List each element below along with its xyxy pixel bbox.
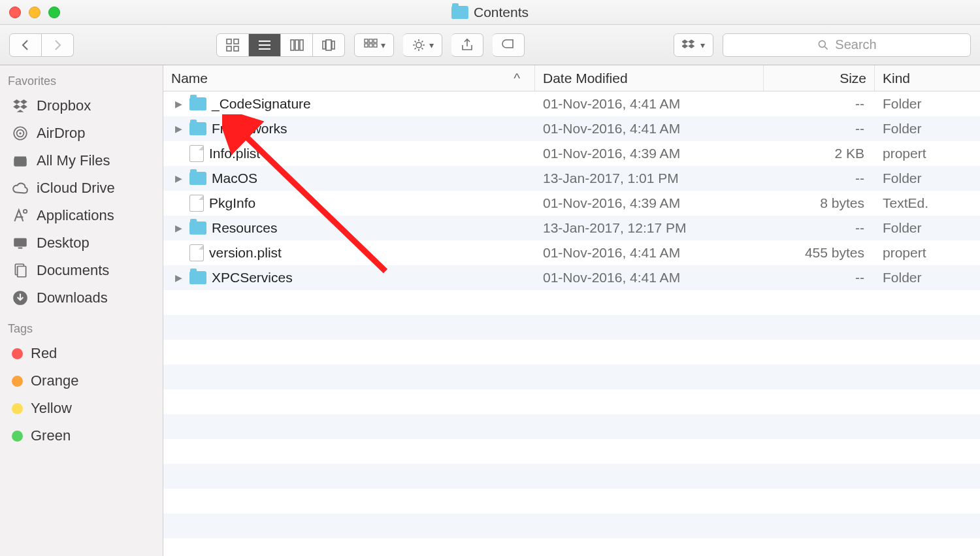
tag-dot-icon — [12, 431, 23, 442]
cell-kind: Folder — [875, 270, 980, 286]
cell-name: Info.plist — [163, 145, 535, 162]
sidebar-item-all-my-files[interactable]: All My Files — [0, 147, 163, 174]
search-field[interactable]: Search — [723, 33, 971, 57]
file-name: Resources — [212, 220, 277, 236]
action-button[interactable] — [403, 33, 442, 57]
sidebar-item-documents[interactable]: Documents — [0, 257, 163, 284]
tag-label: Orange — [31, 372, 78, 389]
close-window-button[interactable] — [9, 7, 21, 18]
sidebar-item-label: Documents — [37, 262, 109, 279]
file-row[interactable]: ▶_CodeSignature01-Nov-2016, 4:41 AM--Fol… — [163, 91, 980, 116]
maximize-window-button[interactable] — [48, 7, 60, 18]
file-rows: ▶_CodeSignature01-Nov-2016, 4:41 AM--Fol… — [163, 91, 980, 556]
cell-name: ▶Resources — [163, 220, 535, 236]
folder-icon — [189, 221, 206, 235]
sidebar-item-label: AirDrop — [37, 125, 86, 142]
sidebar-item-label: Desktop — [37, 235, 90, 252]
column-header-kind[interactable]: Kind — [875, 65, 980, 91]
file-row[interactable]: version.plist01-Nov-2016, 4:41 AM455 byt… — [163, 240, 980, 265]
cell-size: 455 bytes — [764, 245, 875, 261]
cell-date: 01-Nov-2016, 4:41 AM — [535, 270, 764, 286]
file-name: version.plist — [209, 245, 282, 261]
cell-date: 01-Nov-2016, 4:41 AM — [535, 96, 764, 112]
coverflow-view-button[interactable] — [313, 33, 345, 57]
disclosure-triangle-icon[interactable]: ▶ — [172, 99, 184, 109]
sidebar-item-desktop[interactable]: Desktop — [0, 229, 163, 257]
dropbox-toolbar-button[interactable] — [674, 33, 713, 57]
svg-rect-8 — [326, 40, 331, 50]
file-name: MacOS — [212, 171, 257, 186]
forward-button[interactable] — [42, 33, 74, 57]
cell-kind: propert — [875, 245, 980, 261]
column-header-name[interactable]: Name ^ — [163, 65, 535, 91]
file-row[interactable]: ▶XPCServices01-Nov-2016, 4:41 AM--Folder — [163, 265, 980, 290]
window-title-text: Contents — [474, 5, 529, 20]
sidebar-item-label: All My Files — [37, 152, 110, 169]
folder-icon — [189, 271, 206, 284]
sidebar-tag-yellow[interactable]: Yellow — [0, 395, 163, 422]
file-icon — [189, 145, 204, 162]
sidebar-item-label: Dropbox — [37, 97, 91, 114]
sidebar-item-icloud[interactable]: iCloud Drive — [0, 174, 163, 202]
svg-rect-1 — [234, 39, 238, 44]
icon-view-button[interactable] — [216, 33, 249, 57]
list-view-button[interactable] — [249, 33, 281, 57]
svg-rect-6 — [300, 40, 303, 50]
svg-rect-3 — [234, 46, 238, 51]
sidebar-tag-orange[interactable]: Orange — [0, 367, 163, 395]
sort-indicator-icon: ^ — [514, 71, 520, 86]
arrange-button[interactable] — [354, 33, 394, 57]
cell-size: -- — [764, 171, 875, 186]
tags-button[interactable] — [493, 33, 525, 57]
window-title: Contents — [451, 5, 529, 20]
sidebar-item-downloads[interactable]: Downloads — [0, 284, 163, 312]
empty-row — [163, 414, 980, 439]
file-name: _CodeSignature — [212, 96, 311, 112]
cell-kind: Folder — [875, 220, 980, 236]
disclosure-triangle-icon[interactable]: ▶ — [172, 123, 184, 134]
sidebar-tag-red[interactable]: Red — [0, 340, 163, 367]
svg-rect-13 — [365, 44, 368, 47]
back-button[interactable] — [9, 33, 42, 57]
dropbox-icon — [12, 97, 29, 114]
tag-dot-icon — [12, 348, 23, 359]
sidebar-tag-green[interactable]: Green — [0, 422, 163, 450]
sidebar-item-airdrop[interactable]: AirDrop — [0, 120, 163, 147]
sidebar-item-applications[interactable]: Applications — [0, 202, 163, 229]
share-button[interactable] — [451, 33, 483, 57]
disclosure-triangle-icon[interactable]: ▶ — [172, 173, 184, 184]
file-row[interactable]: Info.plist01-Nov-2016, 4:39 AM2 KBproper… — [163, 141, 980, 166]
sidebar-item-dropbox[interactable]: Dropbox — [0, 92, 163, 120]
svg-rect-12 — [374, 39, 377, 42]
cell-kind: Folder — [875, 171, 980, 186]
svg-rect-11 — [369, 39, 372, 42]
file-row[interactable]: PkgInfo01-Nov-2016, 4:39 AM8 bytesTextEd… — [163, 191, 980, 216]
disclosure-triangle-icon[interactable]: ▶ — [172, 223, 184, 233]
column-header-size[interactable]: Size — [764, 65, 875, 91]
file-name: PkgInfo — [209, 195, 255, 211]
folder-icon — [189, 172, 206, 185]
disclosure-triangle-icon[interactable]: ▶ — [172, 272, 184, 283]
cell-name: ▶_CodeSignature — [163, 96, 535, 112]
tag-label: Yellow — [31, 400, 72, 417]
favorites-header: Favorites — [0, 71, 163, 92]
empty-row — [163, 340, 980, 365]
empty-row — [163, 439, 980, 464]
cell-size: -- — [764, 270, 875, 286]
file-row[interactable]: ▶Frameworks01-Nov-2016, 4:41 AM--Folder — [163, 116, 980, 141]
downloads-icon — [12, 289, 29, 306]
main-content: Favorites Dropbox AirDrop All My Files i… — [0, 65, 980, 556]
svg-rect-22 — [14, 238, 27, 246]
empty-row — [163, 365, 980, 389]
nav-buttons — [9, 33, 74, 57]
file-row[interactable]: ▶Resources13-Jan-2017, 12:17 PM--Folder — [163, 216, 980, 240]
sidebar-item-label: Applications — [37, 207, 114, 224]
column-view-button[interactable] — [281, 33, 313, 57]
cell-kind: propert — [875, 146, 980, 161]
file-row[interactable]: ▶MacOS13-Jan-2017, 1:01 PM--Folder — [163, 166, 980, 191]
column-header-date[interactable]: Date Modified — [535, 65, 764, 91]
minimize-window-button[interactable] — [29, 7, 41, 18]
tag-dot-icon — [12, 376, 23, 387]
toolbar: Search — [0, 25, 980, 65]
cell-date: 01-Nov-2016, 4:41 AM — [535, 245, 764, 261]
